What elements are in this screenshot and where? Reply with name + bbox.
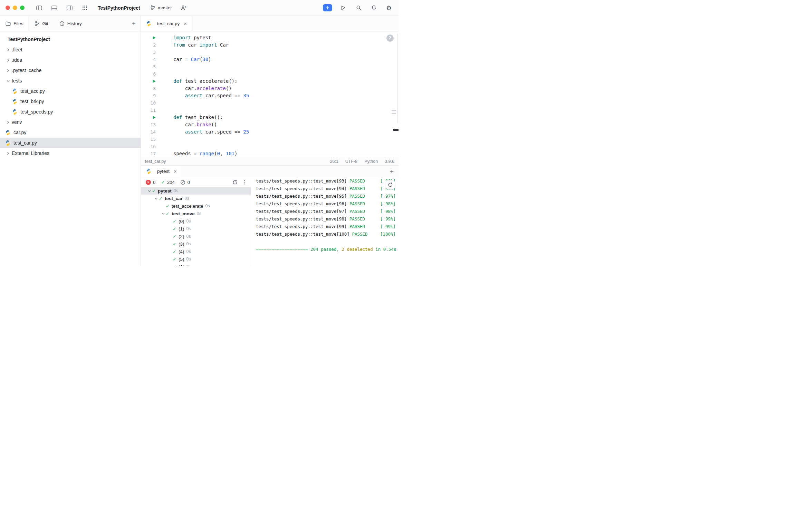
chevron-down-icon[interactable] bbox=[153, 197, 159, 200]
code-line-13[interactable]: 13 car.brake() bbox=[141, 121, 398, 128]
rerun-tests-button[interactable] bbox=[232, 180, 238, 185]
editor-scrollbar[interactable] bbox=[397, 33, 398, 123]
test-duration-label: 0s bbox=[186, 257, 191, 262]
code-editor[interactable]: import pytest2from car import Car34car =… bbox=[141, 31, 398, 157]
test-tree-item-5[interactable]: ✓(5)0s bbox=[141, 255, 251, 263]
chevron-right-icon[interactable] bbox=[5, 69, 11, 72]
toggle-left-panel-button[interactable] bbox=[35, 4, 43, 12]
test-tree-item-2[interactable]: ✓(2)0s bbox=[141, 233, 251, 240]
add-panel-tab-button[interactable]: + bbox=[132, 20, 136, 27]
file-tree-item-pytest-cache[interactable]: .pytest_cache bbox=[0, 65, 141, 76]
code-text: assert car.speed == 25 bbox=[158, 128, 249, 136]
code-line-2[interactable]: 2from car import Car bbox=[141, 41, 398, 49]
workspaces-grid-icon[interactable] bbox=[80, 4, 89, 12]
toggle-right-panel-button[interactable] bbox=[65, 4, 74, 12]
project-root-item[interactable]: TestPythonProject bbox=[0, 34, 141, 45]
console-refresh-button[interactable] bbox=[386, 180, 395, 189]
code-text bbox=[158, 63, 173, 70]
scrollbar-mark bbox=[392, 113, 396, 114]
file-tree-item-test-brk-py[interactable]: test_brk.py bbox=[0, 96, 141, 107]
file-tree-item-test-speeds-py[interactable]: test_speeds.py bbox=[0, 107, 141, 117]
tab-history[interactable]: History bbox=[54, 16, 87, 31]
chevron-right-icon[interactable] bbox=[5, 48, 11, 51]
test-tree-item-test-move[interactable]: ✓test_move0s bbox=[141, 210, 251, 217]
test-passed-icon: ✓ bbox=[152, 188, 156, 194]
toggle-bottom-panel-button[interactable] bbox=[50, 4, 58, 12]
code-line-16[interactable]: 16 bbox=[141, 143, 398, 150]
code-line-17[interactable]: 17speeds = range(0, 101) bbox=[141, 150, 398, 157]
add-bottom-tab-button[interactable]: + bbox=[390, 168, 394, 175]
close-tab-icon[interactable]: × bbox=[184, 21, 187, 26]
file-tree-item-test-acc-py[interactable]: test_acc.py bbox=[0, 86, 141, 96]
file-tree-item-fleet[interactable]: .fleet bbox=[0, 45, 141, 55]
code-line-6[interactable]: 6 bbox=[141, 70, 398, 78]
line-number: 13 bbox=[141, 121, 158, 128]
file-tree-item-car-py[interactable]: car.py bbox=[0, 127, 141, 138]
code-line-8[interactable]: 8 car.accelerate() bbox=[141, 85, 398, 92]
test-passed-icon: ✓ bbox=[173, 249, 176, 254]
file-tree-item-external-libraries[interactable]: External Libraries bbox=[0, 148, 141, 158]
chevron-down-icon[interactable] bbox=[146, 189, 152, 193]
code-line-1[interactable]: import pytest bbox=[141, 34, 398, 41]
search-button[interactable] bbox=[354, 4, 363, 12]
tab-git[interactable]: Git bbox=[29, 16, 54, 31]
chevron-right-icon[interactable] bbox=[5, 59, 11, 62]
test-tree-item-4[interactable]: ✓(4)0s bbox=[141, 248, 251, 255]
code-line-11[interactable]: 11 bbox=[141, 107, 398, 114]
test-tree-item-test-car[interactable]: ✓test_car0s bbox=[141, 195, 251, 202]
smart-mode-button[interactable] bbox=[323, 4, 332, 11]
status-language[interactable]: Python bbox=[364, 159, 378, 164]
window-close-button[interactable] bbox=[6, 6, 10, 10]
test-tree-item-1[interactable]: ✓(1)0s bbox=[141, 225, 251, 233]
test-tree-item-test-accelerate[interactable]: ✓test_accelerate0s bbox=[141, 202, 251, 210]
file-tree-item-tests[interactable]: tests bbox=[0, 76, 141, 86]
more-options-kebab-button[interactable]: ⋮ bbox=[242, 180, 247, 185]
code-line-12[interactable]: def test_brake(): bbox=[141, 114, 398, 121]
status-encoding[interactable]: UTF-8 bbox=[345, 159, 357, 164]
tab-files[interactable]: Files bbox=[0, 16, 29, 31]
problems-badge[interactable]: 2 bbox=[386, 35, 394, 42]
code-line-3[interactable]: 3 bbox=[141, 49, 398, 56]
test-console: tests/test_speeds.py::test_move[93] PASS… bbox=[251, 177, 398, 266]
test-duration-label: 0s bbox=[186, 234, 191, 239]
code-line-4[interactable]: 4car = Car(30) bbox=[141, 56, 398, 63]
window-zoom-button[interactable] bbox=[20, 6, 25, 10]
git-branch-button[interactable]: master bbox=[151, 5, 172, 10]
run-line-button[interactable] bbox=[141, 34, 158, 41]
code-line-15[interactable]: 15 bbox=[141, 136, 398, 143]
test-duration-label: 0s bbox=[186, 242, 191, 246]
file-tree-item-test-car-py[interactable]: test_car.py bbox=[0, 138, 141, 148]
test-tree-item-6[interactable]: ✓(6)0s bbox=[141, 263, 251, 266]
settings-gear-button[interactable]: ⚙ bbox=[385, 4, 393, 12]
git-branch-icon bbox=[35, 21, 40, 26]
collaborate-button[interactable] bbox=[180, 4, 188, 12]
run-line-button[interactable] bbox=[141, 114, 158, 121]
test-tree-item-0[interactable]: ✓(0)0s bbox=[141, 217, 251, 225]
test-tree-item-3[interactable]: ✓(3)0s bbox=[141, 240, 251, 248]
file-tree-item-idea[interactable]: .idea bbox=[0, 55, 141, 65]
chevron-right-icon[interactable] bbox=[5, 121, 11, 124]
chevron-down-icon[interactable] bbox=[5, 79, 11, 82]
code-line-14[interactable]: 14 assert car.speed == 25 bbox=[141, 128, 398, 136]
close-tab-icon[interactable]: × bbox=[174, 169, 177, 174]
test-tree-item-pytest[interactable]: ✓pytest0s bbox=[141, 187, 251, 195]
file-name-label: test_car.py bbox=[13, 140, 37, 146]
code-line-9[interactable]: 9 assert car.speed == 35 bbox=[141, 92, 398, 99]
code-line-5[interactable]: 5 bbox=[141, 63, 398, 70]
run-line-button[interactable] bbox=[141, 78, 158, 85]
code-text: car.accelerate() bbox=[158, 85, 232, 92]
code-line-10[interactable]: 10 bbox=[141, 99, 398, 107]
bottom-tab-pytest[interactable]: pytest × bbox=[141, 166, 182, 177]
project-title: TestPythonProject bbox=[98, 5, 140, 11]
status-interpreter-version[interactable]: 3.9.6 bbox=[385, 159, 394, 164]
editor-tab-label: test_car.py bbox=[157, 21, 180, 26]
chevron-right-icon[interactable] bbox=[5, 152, 11, 155]
code-line-7[interactable]: def test_accelerate(): bbox=[141, 78, 398, 85]
editor-tab-test-car-py[interactable]: test_car.py × bbox=[141, 16, 192, 31]
run-button[interactable] bbox=[339, 4, 347, 12]
chevron-down-icon[interactable] bbox=[160, 212, 166, 215]
file-tree-item-venv[interactable]: venv bbox=[0, 117, 141, 127]
window-minimize-button[interactable] bbox=[13, 6, 17, 10]
status-caret-position[interactable]: 26:1 bbox=[330, 159, 338, 164]
notifications-bell-button[interactable] bbox=[369, 4, 378, 12]
